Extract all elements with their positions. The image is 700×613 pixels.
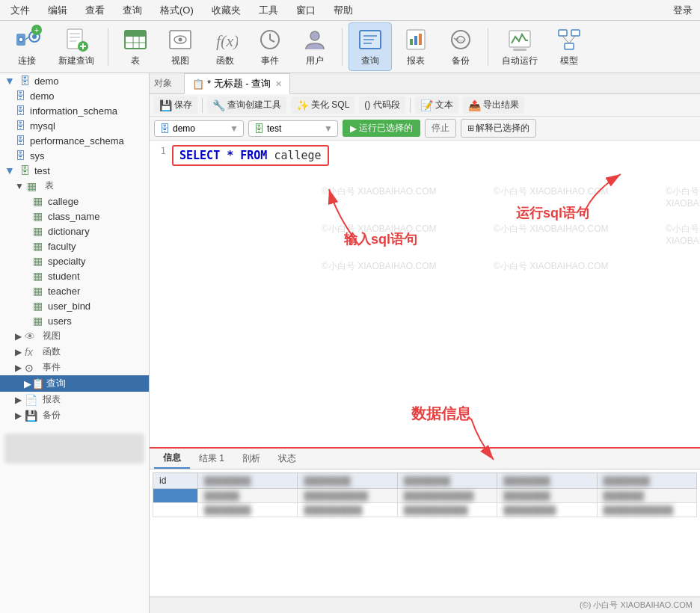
explain-button[interactable]: ⊞ 解释已选择的	[461, 119, 536, 138]
query-tool-button[interactable]: 🔧 查询创建工具	[207, 96, 286, 114]
sidebar-table-userbind[interactable]: ▦ user_bind	[0, 298, 149, 313]
stop-button[interactable]: 停止	[425, 119, 456, 138]
table-row-2: ████████ ██████████ ███████████ ████████…	[153, 503, 697, 517]
sidebar-table-faculty[interactable]: ▦ faculty	[0, 238, 149, 253]
watermark-8: ©小白号 XIAOBAIHAO.COM	[494, 260, 609, 273]
menu-format[interactable]: 格式(O)	[157, 2, 197, 19]
sidebar-table-callege[interactable]: ▦ callege	[0, 194, 149, 209]
toolbar-view[interactable]: 视图	[159, 23, 201, 70]
tables-section-icon: ▦	[27, 180, 39, 192]
model-label: 模型	[560, 55, 578, 67]
sidebar-db-sys-label: sys	[30, 150, 45, 161]
sql-content[interactable]: SELECT * FROM callege	[172, 145, 329, 166]
row1-col5: ███████	[597, 489, 696, 503]
run-button[interactable]: ▶ 运行已选择的	[343, 120, 420, 137]
chevron-down-icon: ▼	[4, 75, 16, 87]
col-5: ████████	[497, 473, 597, 489]
sidebar-backup-section[interactable]: ▶ 💾 备份	[0, 407, 149, 423]
toolbar-event[interactable]: 事件	[249, 23, 291, 70]
function-icon: f(x)	[212, 26, 239, 53]
sidebar-reports-section[interactable]: ▶ 📄 报表	[0, 392, 149, 407]
toolbar-autorun[interactable]: 自动运行	[494, 23, 545, 70]
db-icon-2: 🗄	[15, 105, 27, 117]
svg-line-23	[270, 40, 274, 42]
text-button[interactable]: 📝 文本	[415, 96, 458, 114]
toolbar-model[interactable]: 模型	[548, 23, 590, 70]
tab-object[interactable]: 对象	[154, 77, 172, 90]
copyright-text: (©) 小白号 XIAOBAIHAO.COM	[580, 600, 693, 611]
toolbar-connect[interactable]: + 连接	[6, 23, 48, 70]
query-toolbar: 💾 保存 🔧 查询创建工具 ✨ 美化 SQL () 代码段 📝 文本 📤	[150, 94, 700, 117]
menu-query[interactable]: 查询	[120, 2, 145, 19]
toolbar-user[interactable]: 用户	[294, 23, 336, 70]
sidebar-queries-section[interactable]: ▶ 📋 查询	[0, 375, 149, 392]
toolbar-report[interactable]: 报表	[395, 23, 437, 70]
db1-selector[interactable]: 🗄 demo ▼	[154, 120, 244, 137]
sidebar-table-dictionary[interactable]: ▦ dictionary	[0, 224, 149, 238]
sidebar-table-specialty[interactable]: ▦ specialty	[0, 253, 149, 268]
db2-selector[interactable]: 🗄 test ▼	[248, 120, 338, 137]
save-button[interactable]: 💾 保存	[154, 96, 197, 114]
toolbar-query[interactable]: 查询	[349, 22, 392, 71]
copyright-bar: (©) 小白号 XIAOBAIHAO.COM	[150, 597, 700, 613]
login-button[interactable]: 登录	[673, 4, 693, 17]
sidebar-db-sys[interactable]: 🗄 sys	[0, 148, 149, 163]
toolbar-table[interactable]: 表	[114, 23, 156, 70]
event-label: 事件	[261, 55, 279, 67]
sql-star-op: *	[227, 149, 240, 162]
query-tab-close[interactable]: ✕	[275, 79, 282, 89]
toolbar-new-query[interactable]: 新建查询	[51, 23, 102, 70]
table-dictionary-icon: ▦	[33, 225, 45, 237]
sidebar-functions-section[interactable]: ▶ fx 函数	[0, 344, 149, 360]
sidebar-table-teacher[interactable]: ▦ teacher	[0, 283, 149, 298]
sidebar-db-demo-root[interactable]: ▼ 🗄 demo	[0, 73, 149, 88]
sql-editor[interactable]: 1 SELECT * FROM callege ©小白号 XIAOBAIHAO.…	[150, 141, 700, 447]
code-snippet-button[interactable]: () 代码段	[359, 96, 405, 114]
result-tab-info[interactable]: 信息	[154, 449, 190, 469]
report-label: 报表	[407, 55, 425, 67]
sidebar-db-info[interactable]: 🗄 information_schema	[0, 103, 149, 118]
sidebar-db-demo[interactable]: 🗄 demo	[0, 88, 149, 103]
menu-edit[interactable]: 编辑	[45, 2, 70, 19]
sidebar-db-mysql[interactable]: 🗄 mysql	[0, 118, 149, 133]
svg-rect-35	[513, 49, 526, 51]
result-table: id ████████ ████████ ████████ ████████ █…	[153, 472, 697, 517]
sidebar-table-student[interactable]: ▦ student	[0, 268, 149, 283]
sidebar-table-classname[interactable]: ▦ class_name	[0, 209, 149, 224]
toolbar-function[interactable]: f(x) 函数	[204, 23, 246, 70]
result-tab-status[interactable]: 状态	[269, 449, 305, 468]
result-tab-result1[interactable]: 结果 1	[190, 449, 233, 468]
db-icon-4: 🗄	[15, 135, 27, 147]
sidebar-events-section[interactable]: ▶ ⊙ 事件	[0, 360, 149, 375]
model-icon	[556, 26, 583, 53]
menu-tools[interactable]: 工具	[256, 2, 281, 19]
export-button[interactable]: 📤 导出结果	[463, 96, 524, 114]
menu-favorites[interactable]: 收藏夹	[209, 2, 244, 19]
database-icon: 🗄	[19, 75, 31, 87]
svg-line-39	[562, 36, 569, 43]
result-tab-profiling[interactable]: 剖析	[233, 449, 269, 468]
svg-text:f(x): f(x)	[216, 31, 238, 50]
sidebar-views-section[interactable]: ▶ 👁 视图	[0, 328, 149, 344]
toolbar-backup[interactable]: 备份	[440, 23, 482, 70]
new-query-label: 新建查询	[58, 55, 94, 67]
view-icon	[167, 26, 194, 53]
sidebar-db-demo-label: demo	[34, 76, 59, 87]
backup-label: 备份	[452, 55, 470, 67]
sidebar-db-test[interactable]: ▼ 🗄 test	[0, 163, 149, 178]
tables-section-label: 表	[45, 179, 54, 192]
menu-window[interactable]: 窗口	[293, 2, 319, 19]
sidebar-table-users[interactable]: ▦ users	[0, 313, 149, 328]
watermark-5: ©小白号 XIAOBAIHAO.COM	[494, 223, 609, 235]
beautify-button[interactable]: ✨ 美化 SQL	[291, 96, 354, 114]
row1-indicator	[153, 489, 198, 503]
menu-file[interactable]: 文件	[7, 2, 33, 19]
tab-query[interactable]: 📋 * 无标题 - 查询 ✕	[184, 73, 290, 94]
qt-divider-2	[410, 98, 411, 113]
sidebar-db-perf[interactable]: 🗄 performance_schema	[0, 133, 149, 148]
sidebar-tables-section[interactable]: ▼ ▦ 表	[0, 178, 149, 194]
menu-view[interactable]: 查看	[82, 2, 108, 19]
table-userbind-icon: ▦	[33, 300, 45, 312]
watermark-1: ©小白号 XIAOBAIHAO.COM	[322, 185, 437, 198]
menu-help[interactable]: 帮助	[331, 2, 356, 19]
